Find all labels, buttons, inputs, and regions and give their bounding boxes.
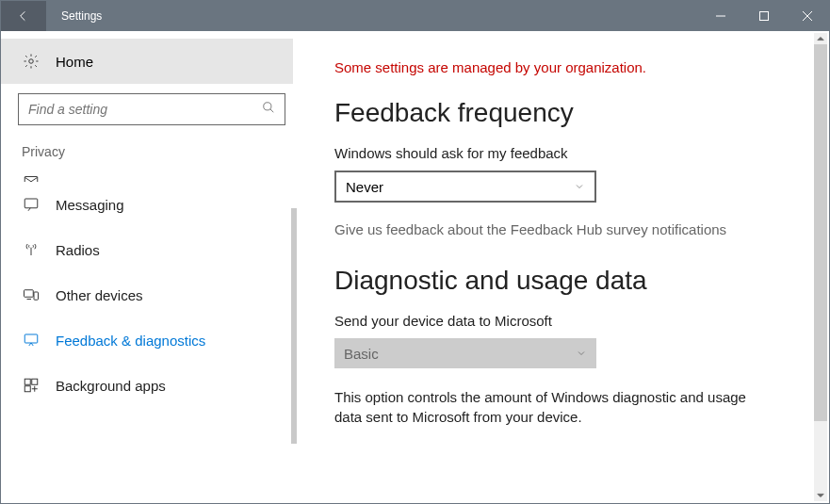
gear-icon bbox=[22, 53, 41, 70]
search-input[interactable] bbox=[28, 102, 262, 117]
chevron-down-icon bbox=[574, 179, 585, 195]
diagnostic-value: Basic bbox=[344, 346, 379, 362]
chevron-down-icon bbox=[576, 346, 587, 362]
sidebar-item-partial[interactable] bbox=[1, 171, 302, 182]
body: Home Privacy Messaging bbox=[1, 31, 829, 503]
home-label: Home bbox=[56, 54, 93, 70]
scroll-thumb[interactable] bbox=[814, 44, 827, 421]
sidebar-item-messaging[interactable]: Messaging bbox=[1, 182, 302, 227]
sidebar-item-label: Messaging bbox=[56, 197, 124, 213]
svg-point-2 bbox=[264, 103, 271, 110]
svg-rect-5 bbox=[24, 290, 34, 298]
sidebar-item-label: Feedback & diagnostics bbox=[56, 333, 205, 349]
devices-icon bbox=[22, 286, 41, 303]
svg-rect-8 bbox=[24, 379, 30, 384]
feedback-value: Never bbox=[346, 179, 383, 195]
sidebar-item-background-apps[interactable]: Background apps bbox=[1, 363, 302, 408]
diagnostic-description: This option controls the amount of Windo… bbox=[334, 387, 777, 427]
svg-point-1 bbox=[29, 59, 34, 64]
section-label: Privacy bbox=[1, 138, 302, 165]
svg-rect-10 bbox=[24, 386, 30, 392]
content-area: Some settings are managed by your organi… bbox=[302, 31, 829, 503]
scroll-up-arrow[interactable] bbox=[814, 33, 827, 44]
minimize-button[interactable] bbox=[699, 1, 742, 31]
back-button[interactable] bbox=[1, 1, 46, 31]
feedback-dropdown[interactable]: Never bbox=[334, 171, 596, 203]
email-icon bbox=[22, 172, 41, 182]
messaging-icon bbox=[22, 196, 41, 213]
window-title: Settings bbox=[46, 9, 699, 23]
sidebar-item-label: Radios bbox=[56, 242, 100, 258]
diagnostic-dropdown: Basic bbox=[334, 338, 596, 368]
feedback-link[interactable]: Give us feedback about the Feedback Hub … bbox=[334, 221, 791, 237]
svg-rect-0 bbox=[760, 12, 769, 21]
diagnostic-label: Send your device data to Microsoft bbox=[334, 313, 791, 329]
sidebar-item-radios[interactable]: Radios bbox=[1, 227, 302, 272]
svg-rect-4 bbox=[24, 199, 38, 208]
search-icon bbox=[262, 101, 275, 118]
background-apps-icon bbox=[22, 377, 41, 394]
radios-icon bbox=[22, 241, 41, 258]
sidebar-scrollbar[interactable] bbox=[291, 208, 297, 444]
content-scrollbar[interactable] bbox=[814, 33, 827, 501]
home-button[interactable]: Home bbox=[1, 39, 293, 84]
scroll-down-arrow[interactable] bbox=[814, 490, 827, 501]
svg-rect-9 bbox=[32, 379, 38, 384]
diagnostic-title: Diagnostic and usage data bbox=[334, 266, 791, 296]
close-button[interactable] bbox=[786, 1, 829, 31]
feedback-icon bbox=[22, 332, 41, 349]
maximize-button[interactable] bbox=[742, 1, 786, 31]
org-notice: Some settings are managed by your organi… bbox=[334, 59, 791, 75]
svg-rect-7 bbox=[24, 334, 38, 343]
feedback-label: Windows should ask for my feedback bbox=[334, 145, 791, 161]
titlebar: Settings bbox=[1, 1, 829, 31]
feedback-title: Feedback frequency bbox=[334, 98, 791, 128]
sidebar-item-other-devices[interactable]: Other devices bbox=[1, 272, 302, 317]
sidebar-item-label: Background apps bbox=[56, 378, 166, 394]
nav-list: Messaging Radios Other devices Feedback … bbox=[1, 171, 302, 408]
search-box[interactable] bbox=[18, 93, 285, 125]
sidebar: Home Privacy Messaging bbox=[1, 31, 302, 503]
sidebar-item-feedback[interactable]: Feedback & diagnostics bbox=[1, 317, 302, 363]
window-controls bbox=[699, 1, 829, 31]
sidebar-item-label: Other devices bbox=[56, 287, 143, 303]
svg-rect-6 bbox=[34, 292, 39, 300]
